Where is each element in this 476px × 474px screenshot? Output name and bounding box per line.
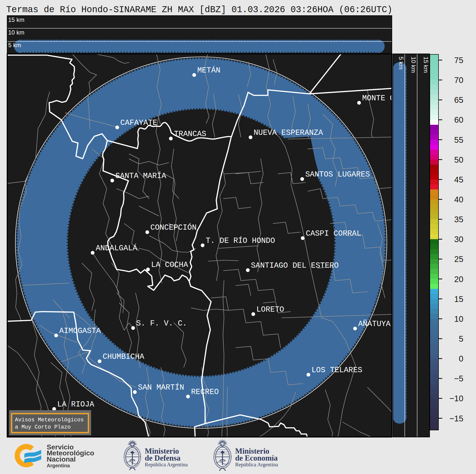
svg-text:CAFAYATE: CAFAYATE (120, 118, 157, 127)
svg-text:Avisos Meteorológicos: Avisos Meteorológicos (15, 417, 84, 423)
svg-text:5: 5 (459, 334, 463, 343)
svg-text:0: 0 (459, 354, 463, 363)
svg-text:35: 35 (454, 215, 463, 224)
svg-text:ANDALGALÁ: ANDALGALÁ (96, 244, 138, 253)
svg-text:Argentina: Argentina (47, 463, 70, 468)
svg-text:15 km: 15 km (423, 57, 429, 73)
svg-text:5 km: 5 km (8, 42, 21, 48)
svg-text:20: 20 (454, 275, 463, 284)
svg-text:RECREO: RECREO (191, 388, 219, 396)
svg-text:70: 70 (454, 75, 463, 85)
svg-text:15: 15 (454, 294, 463, 304)
svg-text:Nacional: Nacional (47, 455, 76, 463)
svg-text:SANTA MARÍA: SANTA MARÍA (115, 171, 166, 180)
svg-text:AIMOGASTA: AIMOGASTA (59, 327, 101, 335)
svg-text:65: 65 (454, 95, 463, 105)
svg-text:METÁN: METÁN (197, 66, 220, 75)
svg-text:50: 50 (454, 155, 463, 164)
svg-text:T. DE RÍO HONDO: T. DE RÍO HONDO (206, 236, 275, 245)
svg-text:40: 40 (454, 195, 463, 204)
svg-text:a Muy Corto Plazo: a Muy Corto Plazo (15, 424, 71, 430)
svg-text:45: 45 (454, 175, 463, 184)
svg-text:SAN MARTÍN: SAN MARTÍN (138, 383, 184, 392)
svg-text:Termas de Río Hondo-SINARAME Z: Termas de Río Hondo-SINARAME ZH MAX [dBZ… (6, 5, 392, 15)
svg-text:República Argentina: República Argentina (145, 462, 188, 468)
svg-text:de Economía: de Economía (235, 454, 278, 462)
svg-text:10 km: 10 km (410, 57, 417, 73)
svg-text:S. F. V. C.: S. F. V. C. (136, 319, 187, 328)
svg-text:15 km: 15 km (8, 16, 24, 23)
svg-text:SANTOS LUGARES: SANTOS LUGARES (305, 170, 370, 179)
svg-text:CHUMBICHA: CHUMBICHA (103, 352, 145, 361)
svg-text:CASPI CORRAL: CASPI CORRAL (306, 229, 361, 238)
svg-text:de Defensa: de Defensa (145, 454, 181, 462)
svg-text:10 km: 10 km (8, 29, 24, 36)
svg-text:LORETO: LORETO (256, 305, 284, 314)
svg-text:AÑATUYA: AÑATUYA (358, 320, 391, 328)
svg-text:75: 75 (454, 56, 463, 65)
svg-text:LA COCHA: LA COCHA (151, 260, 188, 269)
svg-text:−10: −10 (449, 394, 463, 403)
svg-text:LOS TELARES: LOS TELARES (312, 366, 363, 374)
svg-text:LA RIOJA: LA RIOJA (57, 400, 94, 409)
svg-text:−5: −5 (454, 374, 463, 383)
svg-text:SANTIAGO DEL ESTERO: SANTIAGO DEL ESTERO (251, 261, 339, 270)
svg-text:−15: −15 (449, 414, 463, 423)
svg-text:5 km: 5 km (398, 57, 404, 70)
svg-text:55: 55 (454, 135, 463, 145)
svg-text:60: 60 (454, 115, 463, 124)
svg-text:TRANCAS: TRANCAS (174, 130, 206, 138)
svg-text:10: 10 (454, 314, 463, 324)
svg-text:República Argentina: República Argentina (235, 462, 278, 468)
svg-text:25: 25 (454, 255, 463, 264)
svg-text:NUEVA ESPERANZA: NUEVA ESPERANZA (254, 128, 323, 137)
svg-text:30: 30 (454, 235, 463, 244)
svg-text:CONCEPCIÓN: CONCEPCIÓN (150, 223, 197, 232)
